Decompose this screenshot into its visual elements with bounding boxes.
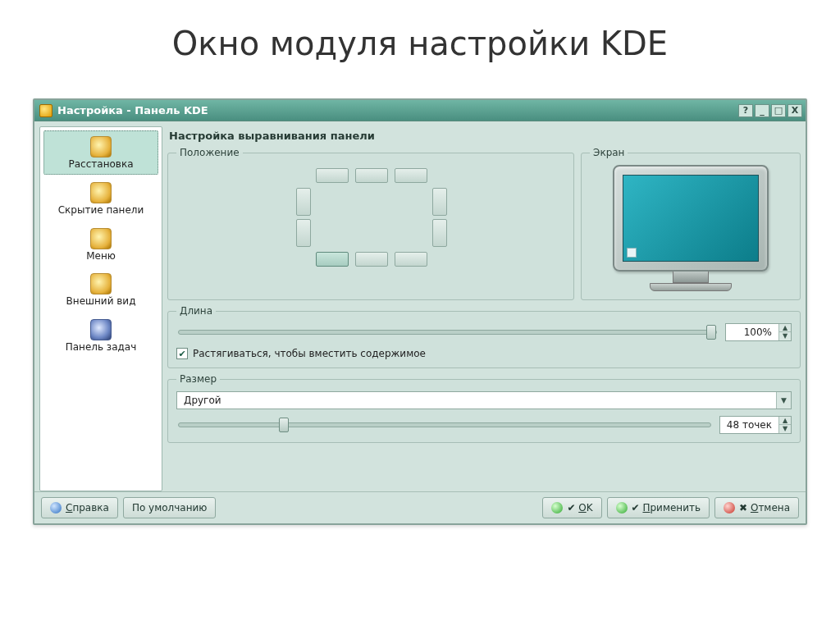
- pos-bottom-center[interactable]: [355, 252, 388, 267]
- pos-bottom-left[interactable]: [316, 252, 349, 267]
- cancel-icon: [724, 502, 735, 514]
- defaults-button[interactable]: По умолчанию: [123, 497, 217, 518]
- sidebar-item-label: Расстановка: [46, 159, 156, 171]
- kde-icon: [90, 319, 112, 340]
- pos-right-top[interactable]: [432, 188, 447, 216]
- defaults-button-label: По умолчанию: [132, 502, 208, 514]
- cancel-button[interactable]: ✖ Отмена Отмена: [714, 497, 799, 518]
- sidebar-item-label: Меню: [46, 251, 156, 262]
- settings-window: Настройка - Панель KDE ? _ □ X Расстанов…: [33, 98, 807, 525]
- sidebar-item-arrangement[interactable]: Расстановка: [43, 130, 158, 175]
- length-value: 100%: [726, 326, 778, 338]
- app-icon: [39, 104, 52, 117]
- chevron-down-icon[interactable]: ▼: [776, 392, 791, 409]
- size-spinbox[interactable]: 48 точек ▲ ▼: [719, 416, 792, 434]
- screen-legend: Экран: [590, 147, 628, 158]
- sidebar-item-menu[interactable]: Меню: [43, 222, 158, 267]
- size-legend: Размер: [176, 373, 220, 385]
- pos-left-bottom[interactable]: [296, 219, 311, 247]
- content-pane: Настройка выравнивания панели Положение: [167, 126, 801, 491]
- size-group: Размер Другой ▼ 48 точек ▲ ▼: [167, 373, 801, 443]
- content-heading: Настройка выравнивания панели: [167, 126, 801, 142]
- spin-up-icon[interactable]: ▲: [779, 324, 791, 332]
- sidebar-item-taskbar[interactable]: Панель задач: [43, 313, 158, 358]
- apply-icon: [616, 502, 628, 514]
- gear-icon: [90, 228, 112, 249]
- sidebar-item-hiding[interactable]: Скрытие панели: [43, 176, 158, 221]
- screen-group: Экран: [581, 147, 801, 300]
- slide-title: Окно модуля настройки KDE: [0, 25, 840, 62]
- pos-bottom-right[interactable]: [395, 252, 427, 267]
- dialog-footer: ССправкаправка По умолчанию ✔ OK OK ✔ Пр…: [34, 491, 806, 523]
- titlebar[interactable]: Настройка - Панель KDE ? _ □ X: [34, 100, 806, 121]
- titlebar-help-button[interactable]: ?: [738, 104, 753, 117]
- spin-down-icon[interactable]: ▼: [779, 332, 791, 340]
- pos-right-bottom[interactable]: [432, 219, 447, 247]
- sidebar-item-label: Внешний вид: [46, 296, 156, 308]
- minimize-button[interactable]: _: [755, 104, 769, 117]
- size-value: 48 точек: [720, 419, 778, 431]
- length-spinbox[interactable]: 100% ▲ ▼: [725, 323, 792, 341]
- length-group: Длина 100% ▲ ▼ ✔ Растягивать: [167, 305, 801, 368]
- position-group: Положение: [167, 147, 574, 300]
- maximize-button[interactable]: □: [771, 104, 786, 117]
- size-combo[interactable]: Другой ▼: [176, 391, 792, 409]
- sidebar-item-label: Скрытие панели: [46, 205, 156, 217]
- pos-top-right[interactable]: [395, 168, 427, 183]
- help-icon: [50, 502, 62, 514]
- sidebar-item-appearance[interactable]: Внешний вид: [43, 267, 158, 312]
- gear-icon: [90, 182, 112, 203]
- window-title: Настройка - Панель KDE: [57, 104, 208, 116]
- gear-icon: [90, 136, 112, 158]
- close-button[interactable]: X: [788, 104, 802, 117]
- pos-top-center[interactable]: [355, 168, 388, 183]
- size-combo-value: Другой: [177, 395, 776, 406]
- spin-down-icon[interactable]: ▼: [779, 425, 791, 433]
- size-slider[interactable]: [178, 422, 711, 427]
- length-slider[interactable]: [178, 330, 717, 335]
- help-button[interactable]: ССправкаправка: [41, 497, 118, 518]
- pos-top-left[interactable]: [316, 168, 349, 183]
- sidebar: Расстановка Скрытие панели Меню Внешний …: [39, 126, 162, 491]
- length-legend: Длина: [176, 305, 216, 317]
- position-grid: [276, 168, 465, 275]
- monitor-preview: [605, 165, 777, 291]
- ok-button[interactable]: ✔ OK OK: [542, 497, 601, 518]
- ok-icon: [551, 502, 563, 514]
- gear-icon: [90, 273, 112, 294]
- spin-up-icon[interactable]: ▲: [779, 417, 791, 425]
- position-legend: Положение: [176, 147, 243, 158]
- stretch-checkbox[interactable]: ✔: [176, 348, 188, 359]
- sidebar-item-label: Панель задач: [46, 342, 156, 354]
- pos-left-top[interactable]: [296, 188, 311, 216]
- stretch-label: Растягиваться, чтобы вместить содержимое: [193, 348, 426, 359]
- apply-button[interactable]: ✔ Применить Применить: [607, 497, 710, 518]
